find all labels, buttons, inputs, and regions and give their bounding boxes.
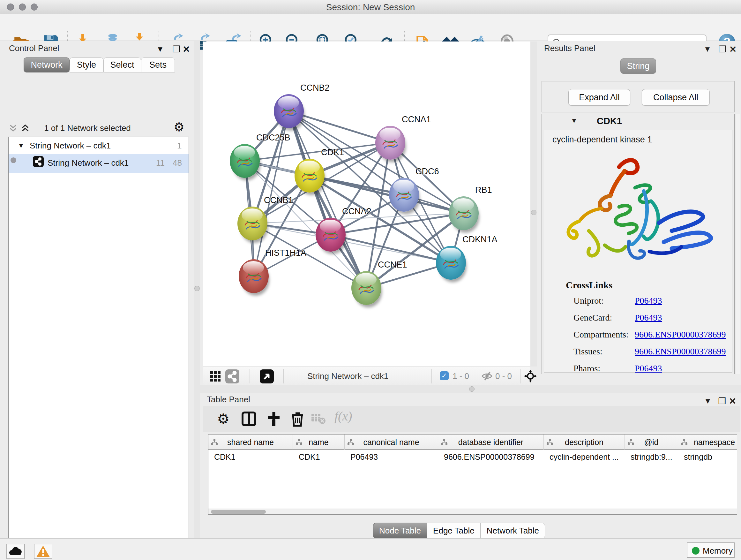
node-gloss [299,161,320,173]
grid-view-icon[interactable] [210,371,221,382]
network-row-selected[interactable]: String Network – cdk1 11 48 [9,154,189,173]
main-toolbar: ? [0,14,741,41]
bottom-splitter-grip[interactable] [469,386,475,392]
birdseye-view-icon[interactable] [260,369,274,383]
collapse-all-button[interactable]: Collapse All [642,89,710,106]
column-header-canonicalname[interactable]: canonical name [345,435,438,450]
memory-button[interactable]: Memory [687,543,735,558]
tab-network-table[interactable]: Network Table [481,523,545,539]
panel-collapse-icon[interactable]: ▼ [704,45,711,54]
results-scrollbar[interactable] [736,114,740,374]
table-cell[interactable]: CDK1 [299,452,343,462]
network-view-title: String Network – cdk1 [307,371,388,381]
columns-icon[interactable] [241,411,257,427]
add-column-icon[interactable] [266,411,282,427]
collection-count: 1 [177,141,182,151]
network-type-icon [33,156,44,167]
tab-string[interactable]: String [620,58,656,74]
network-view-icon[interactable] [225,369,239,383]
node-RB1[interactable] [449,196,479,230]
delete-table-icon[interactable] [312,414,326,425]
column-header-databaseidentifier[interactable]: database identifier [438,435,544,450]
right-splitter[interactable] [530,42,537,367]
netbar-separator [250,369,250,383]
tab-node-table[interactable]: Node Table [373,523,427,539]
expand-all-button[interactable]: Expand All [568,89,630,106]
table-cell[interactable]: P06493 [350,452,436,462]
panel-float-icon[interactable]: ❐ [718,396,726,407]
netbar-separator [477,369,477,383]
table-horizontal-scrollbar[interactable] [208,509,737,514]
crosslink-link[interactable]: P06493 [635,296,662,306]
node-gloss [380,128,401,140]
node-CDC6[interactable] [389,178,419,212]
table-cell[interactable]: 9606.ENSP00000378699 [444,452,542,462]
node-gloss [440,248,461,260]
table-cell[interactable]: CDK1 [214,452,291,462]
network-collection-row[interactable]: ▼ String Network – cdk1 1 [9,141,189,153]
table-cell[interactable]: stringdb [684,452,737,462]
delete-column-icon[interactable] [289,411,306,427]
hidden-eye-icon[interactable] [481,371,493,381]
column-header-namespace[interactable]: namespace [678,435,737,450]
right-splitter-grip[interactable] [531,210,536,215]
node-CCNA2[interactable] [316,218,346,252]
crosslink-link[interactable]: 9606.ENSP00000378699 [635,347,726,357]
scrollbar-thumb[interactable] [211,510,266,514]
panel-collapse-icon[interactable]: ▼ [156,45,164,54]
panel-close-icon[interactable]: ✕ [729,44,737,55]
node-CCNB2[interactable] [274,94,304,128]
table-cell[interactable]: cyclin-dependent ... [549,452,623,462]
node-HIST1H1A[interactable] [239,259,269,293]
node-CCNB1[interactable] [238,206,267,240]
tab-sets[interactable]: Sets [141,57,175,72]
gene-section-header[interactable]: ▼ CDK1 [542,114,734,128]
panel-close-icon[interactable]: ✕ [183,44,190,55]
section-collapse-icon[interactable]: ▼ [570,117,578,125]
tab-edge-table[interactable]: Edge Table [427,523,481,539]
table-cell[interactable]: stringdb:9... [630,452,676,462]
node-count: 11 [156,158,165,168]
function-builder-icon[interactable]: f(x) [334,409,352,424]
edge-CDK1-RB1[interactable] [310,176,464,213]
node-CDK1[interactable] [294,159,325,192]
column-header-sharedname[interactable]: shared name [208,435,293,450]
tab-network[interactable]: Network [23,57,70,72]
edge-CCNB2-CCNE1[interactable] [289,111,366,288]
panel-float-icon[interactable]: ❐ [172,44,180,55]
control-panel-tabs: NetworkStyleSelectSets [23,57,190,72]
tree-expander-icon[interactable]: ▼ [17,141,24,150]
left-splitter-grip[interactable] [194,286,200,291]
gear-icon[interactable]: ⚙ [217,411,229,427]
node-CDC25B[interactable] [230,144,260,178]
crosslink-label: Pharos: [574,363,600,373]
selected-count: 1 - 0 [453,371,469,381]
cloud-status-button[interactable] [6,544,25,559]
node-CDKN1A[interactable] [436,246,466,280]
crosslink-link[interactable]: P06493 [635,363,662,374]
move-crosshair-icon[interactable] [524,370,537,382]
tab-select[interactable]: Select [104,57,141,72]
network-canvas[interactable]: CCNB2CCNA1CDC25BCDK1CDC6RB1CCNB1CCNA2HIS… [203,42,530,367]
node-CCNA1[interactable] [375,126,405,160]
control-panel-title: Control Panel [9,44,59,53]
node-label-CCNB1: CCNB1 [264,195,293,205]
crosslink-link[interactable]: 9606.ENSP00000378699 [635,329,726,340]
panel-collapse-icon[interactable]: ▼ [704,396,712,406]
panel-close-icon[interactable]: ✕ [729,396,736,407]
column-header-name[interactable]: name [293,435,345,450]
crosslink-row: GeneCard:P06493 [574,313,727,323]
warning-status-button[interactable] [34,544,52,559]
attribute-icon [627,439,634,446]
column-header-description[interactable]: description [544,435,625,450]
node-CCNE1[interactable] [351,271,381,305]
panel-float-icon[interactable]: ❐ [718,44,726,55]
node-label-CDKN1A: CDKN1A [462,235,497,245]
column-header-id[interactable]: @id [625,435,678,450]
gear-icon[interactable]: ⚙ [174,120,185,134]
crosslink-link[interactable]: P06493 [635,313,662,323]
tab-style[interactable]: Style [70,57,104,72]
node-gloss [355,273,377,286]
selected-checkbox-icon[interactable]: ✓ [440,371,449,380]
netbar-separator [283,369,284,383]
